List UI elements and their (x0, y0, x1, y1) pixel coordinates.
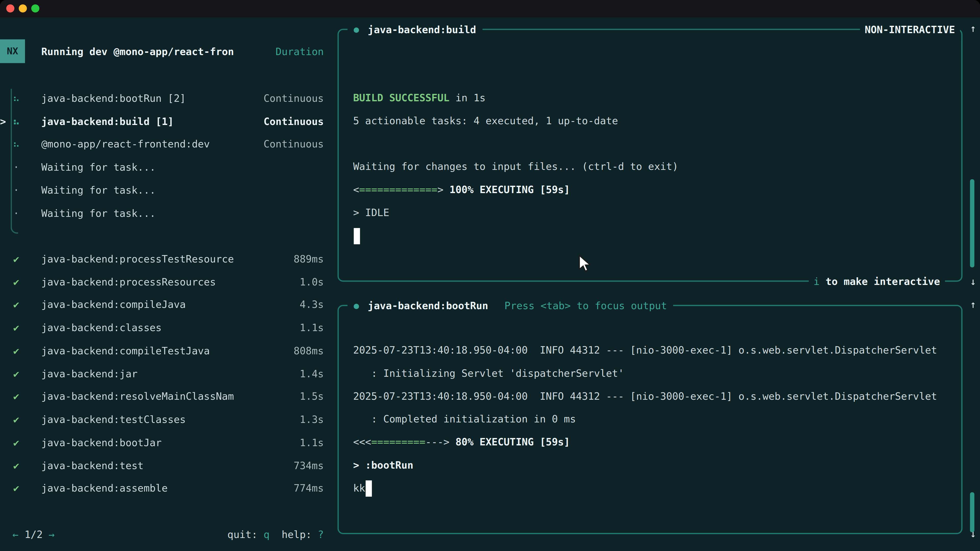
task-sidebar: NX Running dev @mono-app/react-fron Dura… (0, 0, 337, 551)
scroll-up-icon[interactable]: ↑ (966, 294, 980, 316)
pane-bootrun-title: ● java-backend:bootRun Press <tab> to fo… (348, 294, 673, 318)
running-task-list: ⠦java-backend:bootRun [2]Continuous>⠦jav… (0, 87, 324, 224)
task-row[interactable]: >⠦java-backend:build [1]Continuous (0, 110, 324, 133)
output-line: BUILD SUCCESSFUL in 1s (353, 87, 956, 110)
task-duration: 1.4s (300, 368, 324, 380)
output-text: in 1s (449, 92, 486, 104)
quit-key[interactable]: q (264, 529, 270, 540)
check-icon: ✔ (10, 276, 22, 288)
output-text: <<< (353, 436, 371, 448)
task-duration: 734ms (294, 460, 324, 472)
task-name: java-backend:resolveMainClassNam (41, 391, 300, 403)
page-indicator (19, 529, 25, 540)
check-icon: ✔ (10, 299, 22, 311)
task-duration: 808ms (294, 345, 324, 357)
task-row[interactable]: ✔java-backend:bootJar1.1s (0, 431, 324, 454)
output-line: Waiting for changes to input files... (c… (353, 156, 956, 179)
task-status: Continuous (264, 92, 324, 104)
terminal-window: NX Running dev @mono-app/react-fron Dura… (0, 0, 980, 551)
task-row[interactable]: ✔java-backend:compileJava4.3s (0, 293, 324, 316)
output-text: > (438, 184, 444, 196)
bootrun-output[interactable]: 2025-07-23T13:40:18.950-04:00 INFO 44312… (353, 339, 956, 500)
task-duration: 1.1s (300, 322, 324, 334)
output-line: 2025-07-23T13:40:18.950-04:00 INFO 44312… (353, 339, 956, 362)
task-row[interactable]: ✔java-backend:processResources1.0s (0, 270, 324, 293)
help-label: help: (269, 529, 318, 540)
task-name: java-backend:testClasses (41, 414, 300, 426)
output-text: ========= (371, 436, 425, 448)
page-next-icon[interactable]: → (49, 529, 55, 540)
task-spinner-icon: ⠦ (10, 138, 22, 150)
task-row[interactable]: ·Waiting for task... (0, 156, 324, 179)
output-text: kk (353, 482, 365, 494)
task-name: java-backend:bootJar (41, 437, 300, 449)
task-duration: 1.1s (300, 437, 324, 449)
output-line: : Completed initialization in 0 ms (353, 408, 956, 431)
output-line (353, 133, 956, 156)
output-line: > IDLE (353, 202, 956, 224)
output-line (353, 224, 956, 248)
output-line: kk (353, 477, 956, 500)
output-text: > IDLE (353, 206, 390, 219)
output-line: 2025-07-23T13:40:18.950-04:00 INFO 44312… (353, 385, 956, 408)
duration-column-header: Duration (275, 45, 324, 57)
task-spinner-icon: ⠦ (10, 92, 22, 104)
selected-task-arrow: > (0, 115, 10, 127)
task-name: Waiting for task... (41, 161, 324, 173)
build-output[interactable]: BUILD SUCCESSFUL in 1s5 actionable tasks… (353, 87, 956, 248)
check-icon: ✔ (10, 483, 22, 495)
text-cursor (366, 480, 372, 497)
scroll-down-icon[interactable]: ↓ (966, 270, 980, 293)
check-icon: ✔ (10, 437, 22, 449)
scroll-down-icon[interactable]: ↓ (966, 523, 980, 545)
spacer (43, 529, 49, 540)
task-row[interactable]: ✔java-backend:processTestResource889ms (0, 248, 324, 270)
noninteractive-badge: NON-INTERACTIVE (860, 17, 960, 41)
task-row[interactable]: ·Waiting for task... (0, 202, 324, 224)
output-text: 80% EXECUTING [59s] (449, 436, 570, 448)
task-row[interactable]: ✔java-backend:testClasses1.3s (0, 408, 324, 431)
task-spinner-icon: ⠦ (10, 115, 22, 127)
task-name: java-backend:jar (41, 368, 300, 380)
pane-build[interactable]: ● java-backend:build NON-INTERACTIVE BUI… (337, 29, 963, 282)
task-row[interactable]: ✔java-backend:jar1.4s (0, 362, 324, 385)
focus-output-hint: Press <tab> to focus output (504, 300, 667, 311)
scrollbar-thumb[interactable] (970, 179, 974, 267)
pane-bootrun[interactable]: ● java-backend:bootRun Press <tab> to fo… (337, 305, 963, 534)
waiting-dot-icon: · (10, 207, 22, 219)
task-row[interactable]: ⠦java-backend:bootRun [2]Continuous (0, 87, 324, 110)
task-name: java-backend:build [1] (41, 115, 264, 127)
task-row[interactable]: ⠦@mono-app/react-frontend:devContinuous (0, 133, 324, 156)
output-text: : Completed initialization in 0 ms (353, 413, 576, 425)
output-text: < (353, 184, 360, 196)
task-name: java-backend:compileJava (41, 299, 300, 311)
output-line: 5 actionable tasks: 4 executed, 1 up-to-… (353, 110, 956, 133)
output-text: : Initializing Servlet 'dispatcherServle… (353, 367, 624, 379)
scroll-up-icon[interactable]: ↑ (966, 17, 980, 40)
task-row[interactable]: ✔java-backend:resolveMainClassNam1.5s (0, 385, 324, 408)
pane-bootrun-title-text: java-backend:bootRun (368, 300, 488, 311)
page-prev-icon[interactable]: ← (13, 529, 19, 540)
task-row[interactable]: ✔java-backend:compileTestJava808ms (0, 339, 324, 362)
check-icon: ✔ (10, 460, 22, 472)
task-name: java-backend:assemble (41, 483, 294, 495)
running-dot-icon: ● (354, 24, 359, 35)
task-name: java-backend:classes (41, 322, 300, 334)
output-line: <<<=========---> 80% EXECUTING [59s] (353, 431, 956, 454)
task-row[interactable]: ✔java-backend:test734ms (0, 454, 324, 477)
interactive-key[interactable]: i (814, 275, 820, 287)
task-row[interactable]: ·Waiting for task... (0, 179, 324, 202)
check-icon: ✔ (10, 322, 22, 334)
task-name: java-backend:bootRun [2] (41, 92, 264, 104)
task-status: Continuous (264, 138, 324, 150)
task-duration: 1.0s (300, 276, 324, 288)
output-text: > :bootRun (353, 459, 414, 471)
output-text: 2025-07-23T13:40:18.950-04:00 INFO 44312… (353, 344, 937, 356)
task-duration: 1.5s (300, 391, 324, 403)
nx-logo: NX (0, 39, 25, 63)
pane-build-title-text: java-backend:build (368, 24, 476, 35)
task-row[interactable]: ✔java-backend:assemble774ms (0, 477, 324, 500)
task-row[interactable]: ✔java-backend:classes1.1s (0, 316, 324, 339)
waiting-dot-icon: · (10, 161, 22, 173)
help-key[interactable]: ? (318, 529, 324, 540)
